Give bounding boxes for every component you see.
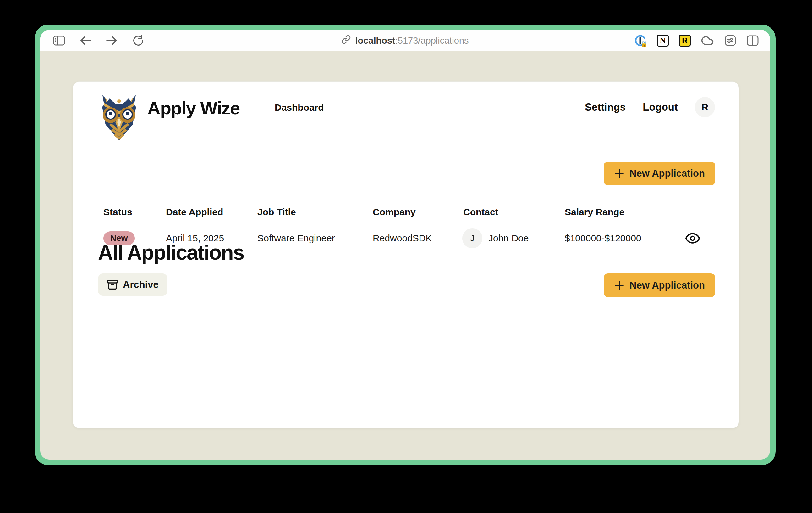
browser-toolbar: localhost:5173/applications 🔒 N R [40, 30, 770, 51]
notion-icon[interactable]: N [657, 35, 669, 47]
r-extension-icon[interactable]: R [679, 35, 691, 47]
cloud-icon[interactable] [701, 34, 714, 47]
status-badge: New [104, 231, 135, 245]
brand-title: Apply Wize [147, 97, 240, 118]
plus-icon [614, 168, 625, 179]
privacy-lock-icon[interactable]: 🔒 [634, 34, 647, 47]
browser-chrome: localhost:5173/applications 🔒 N R [40, 30, 770, 460]
new-application-button-bottom[interactable]: New Application [604, 274, 715, 297]
owl-logo [98, 94, 140, 141]
cell-company: RedwoodSDK [373, 233, 432, 244]
column-header-salary: Salary Range [565, 207, 625, 218]
toolbar-extensions-group: 🔒 N R [634, 30, 759, 51]
app-card: Apply Wize Dashboard Settings Logout R A… [72, 81, 739, 428]
toolbar-nav-group [40, 34, 145, 48]
column-header-contact: Contact [463, 207, 498, 218]
header-actions: Settings Logout R [585, 82, 715, 132]
column-header-job: Job Title [257, 207, 296, 218]
archive-button[interactable]: Archive [98, 274, 168, 296]
column-header-date: Date Applied [166, 207, 223, 218]
settings-link[interactable]: Settings [585, 101, 626, 113]
forward-icon[interactable] [105, 34, 119, 48]
browser-window: localhost:5173/applications 🔒 N R [35, 25, 776, 465]
cell-date-applied: April 15, 2025 [166, 233, 224, 244]
page-background: Apply Wize Dashboard Settings Logout R A… [40, 51, 770, 460]
split-view-icon[interactable] [747, 35, 759, 46]
reload-icon[interactable] [132, 34, 145, 48]
url-host: localhost [355, 35, 395, 45]
archive-icon [107, 279, 118, 290]
plus-icon [614, 280, 625, 291]
nav-dashboard-link[interactable]: Dashboard [274, 102, 324, 113]
eye-icon [685, 230, 700, 246]
cell-job-title: Software Engineer [257, 233, 335, 244]
user-avatar[interactable]: R [695, 97, 715, 117]
url-bar[interactable]: localhost:5173/applications [341, 35, 468, 46]
back-icon[interactable] [79, 34, 92, 48]
app-header: Apply Wize Dashboard Settings Logout R [73, 82, 739, 132]
column-header-status: Status [104, 207, 132, 218]
link-icon [341, 35, 351, 46]
extensions-sliders-icon[interactable] [724, 34, 736, 47]
view-application-button[interactable] [685, 230, 701, 247]
url-path: :5173/applications [395, 35, 469, 45]
cell-contact-name: John Doe [488, 233, 528, 244]
logout-link[interactable]: Logout [643, 101, 678, 113]
new-application-button-top[interactable]: New Application [604, 162, 715, 185]
contact-avatar: J [462, 228, 482, 248]
cell-salary-range: $100000-$120000 [565, 233, 641, 244]
column-header-company: Company [373, 207, 416, 218]
sidebar-toggle-icon[interactable] [52, 34, 66, 48]
